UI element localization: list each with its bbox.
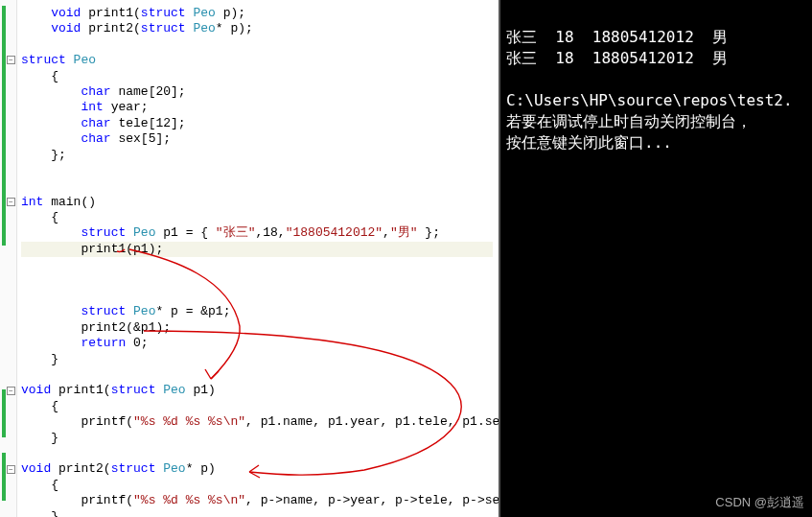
code-line[interactable]: print1(p1); — [21, 242, 493, 257]
code-line[interactable] — [21, 273, 493, 289]
change-marker — [2, 453, 6, 501]
code-line[interactable]: int year; — [21, 100, 493, 115]
code-line[interactable]: int main() — [21, 195, 493, 210]
token: struct — [141, 6, 194, 20]
token: ,18, — [255, 225, 285, 240]
code-editor[interactable]: −−−− void print1(struct Peo p); void pri… — [0, 0, 499, 517]
token: name[20]; — [118, 84, 185, 99]
token: void — [21, 461, 58, 476]
code-line[interactable]: { — [21, 69, 493, 84]
token: , — [383, 225, 390, 240]
token: 0; — [133, 336, 149, 350]
fold-minus-icon[interactable]: − — [7, 198, 15, 206]
token: int — [21, 195, 51, 209]
token: { — [51, 399, 58, 413]
token: "%s %d %s %s\n" — [133, 414, 245, 429]
token: struct — [81, 304, 133, 318]
code-line[interactable]: void print2(struct Peo* p); — [21, 21, 493, 36]
token: print1(p1); — [81, 242, 163, 256]
code-line[interactable]: void print1(struct Peo p); — [21, 6, 493, 21]
token: "%s %d %s %s\n" — [133, 493, 245, 507]
code-line[interactable] — [21, 367, 493, 383]
code-line[interactable] — [21, 178, 493, 194]
code-line[interactable]: char name[20]; — [21, 84, 493, 100]
code-line[interactable]: } — [21, 509, 493, 518]
token: print2( — [58, 461, 111, 476]
token: void — [51, 6, 88, 20]
code-lines[interactable]: void print1(struct Peo p); void print2(s… — [21, 6, 493, 517]
token: "男" — [390, 225, 418, 240]
token: Peo — [163, 383, 185, 397]
token: Peo — [193, 21, 215, 35]
token: print1( — [88, 6, 141, 20]
code-line[interactable]: char sex[5]; — [21, 131, 493, 147]
code-line[interactable] — [21, 446, 493, 461]
token: char — [81, 131, 118, 146]
code-line[interactable] — [21, 163, 493, 178]
console-line: 张三 18 18805412012 男 — [506, 28, 728, 46]
token: p1) — [186, 383, 216, 397]
token: Peo — [163, 461, 185, 476]
code-line[interactable]: char tele[12]; — [21, 116, 493, 131]
token: }; — [51, 148, 66, 162]
code-line[interactable] — [21, 257, 493, 272]
code-line[interactable]: { — [21, 399, 493, 414]
console-line: 张三 18 18805412012 男 — [506, 49, 728, 67]
code-line[interactable]: { — [21, 478, 493, 493]
token: { — [51, 69, 58, 83]
token: int — [81, 100, 110, 114]
code-line[interactable]: return 0; — [21, 336, 493, 351]
token: print2(&p1); — [81, 320, 171, 335]
code-line[interactable]: } — [21, 431, 493, 446]
token: } — [51, 352, 58, 366]
token: Peo — [193, 6, 215, 20]
code-line[interactable]: print2(&p1); — [21, 320, 493, 336]
fold-minus-icon[interactable]: − — [7, 387, 15, 395]
token: } — [51, 509, 58, 518]
editor-gutter: −−−− — [0, 0, 17, 517]
code-line[interactable] — [21, 37, 493, 53]
token: year; — [111, 100, 149, 114]
token: , p1.name, p1.year, p1.tele, p1.sex); — [245, 414, 499, 429]
code-line[interactable]: struct Peo — [21, 53, 493, 68]
fold-minus-icon[interactable]: − — [7, 465, 15, 474]
code-line[interactable] — [21, 289, 493, 304]
token: * p = &p1; — [155, 304, 230, 318]
token: void — [51, 21, 88, 35]
code-line[interactable]: }; — [21, 148, 493, 163]
code-line[interactable]: printf("%s %d %s %s\n", p1.name, p1.year… — [21, 414, 493, 430]
token: }; — [418, 225, 440, 240]
token: print2( — [88, 21, 141, 35]
token: print1( — [58, 383, 111, 397]
token: printf( — [81, 493, 133, 507]
token: sex[5]; — [118, 131, 171, 146]
change-marker — [2, 389, 6, 437]
console-line: 按任意键关闭此窗口... — [506, 133, 672, 152]
console-line: 若要在调试停止时自动关闭控制台， — [506, 112, 752, 130]
change-marker — [2, 6, 6, 246]
token: p); — [216, 6, 245, 20]
token: } — [51, 431, 58, 445]
token: Peo — [74, 53, 96, 67]
code-line[interactable]: struct Peo p1 = { "张三",18,"18805412012",… — [21, 225, 493, 241]
token: * p) — [186, 461, 216, 476]
code-line[interactable]: void print1(struct Peo p1) — [21, 383, 493, 398]
token: * p); — [216, 21, 253, 35]
token: main() — [51, 195, 96, 209]
token: char — [81, 116, 118, 130]
code-line[interactable]: struct Peo* p = &p1; — [21, 304, 493, 319]
code-line[interactable]: void print2(struct Peo* p) — [21, 461, 493, 477]
code-line[interactable]: printf("%s %d %s %s\n", p->name, p->year… — [21, 493, 493, 508]
token: p1 = { — [155, 225, 215, 240]
token: char — [81, 84, 118, 99]
token: struct — [21, 53, 74, 67]
token: Peo — [133, 304, 155, 318]
token: tele[12]; — [118, 116, 185, 130]
code-line[interactable]: } — [21, 352, 493, 367]
code-line[interactable]: { — [21, 210, 493, 225]
token: "张三" — [216, 225, 256, 240]
token: { — [51, 210, 58, 224]
token: "18805412012" — [286, 225, 383, 240]
fold-minus-icon[interactable]: − — [7, 56, 15, 64]
console-line: C:\Users\HP\source\repos\test2. — [506, 91, 793, 109]
